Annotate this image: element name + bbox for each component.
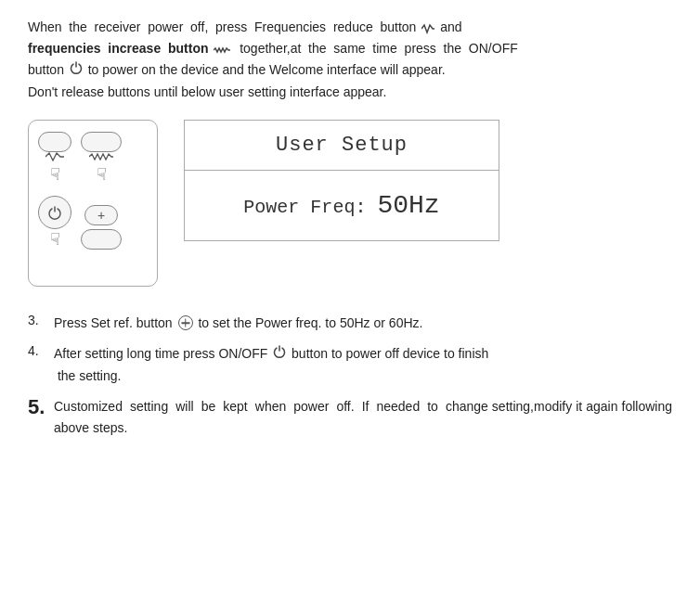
circle-plus-icon [178, 315, 193, 330]
bold-text-freq-increase: frequencies increase button [28, 41, 209, 56]
reduce-button [38, 132, 71, 152]
top-button-row: ☟ ☟ [38, 132, 122, 185]
oval-btn-bottom [81, 229, 122, 250]
setup-box: User Setup Power Freq: 50Hz [184, 120, 499, 241]
step-3-number: 3. [28, 313, 54, 327]
plus-button-device: + [84, 205, 118, 225]
freq-label-text: Power Freq: [243, 197, 366, 218]
power-button-device [38, 196, 71, 229]
step-4-number: 4. [28, 343, 54, 358]
bottom-button-row: ☟ + [38, 196, 122, 250]
setup-title-bar: User Setup [185, 121, 499, 171]
power-btn-group: ☟ [38, 196, 71, 250]
reduce-wave-icon [45, 152, 64, 163]
increase-wave-icon [89, 152, 113, 163]
device-illustration: ☟ ☟ ☟ [28, 120, 158, 287]
power-icon-step4 [273, 343, 286, 365]
step-4-text: After setting long time press ON/OFF but… [54, 343, 672, 387]
step-4: 4. After setting long time press ON/OFF … [28, 343, 672, 387]
freq-label: Power Freq: 50Hz [243, 197, 439, 218]
middle-section: ☟ ☟ ☟ [28, 120, 672, 287]
power-icon-intro [70, 59, 83, 81]
step-5-number: 5. [28, 396, 54, 418]
reduce-btn-group: ☟ [38, 132, 71, 185]
power-finger-icon: ☟ [50, 229, 60, 250]
wave-increase-icon [214, 40, 230, 59]
wave-reduce-icon [421, 19, 434, 38]
step-3: 3. Press Set ref. button to set the Powe… [28, 313, 672, 334]
step-5: 5. Customized setting will be kept when … [28, 396, 672, 439]
step-3-text: Press Set ref. button to set the Power f… [54, 313, 672, 334]
reduce-finger-icon: ☟ [50, 164, 60, 185]
setup-content: Power Freq: 50Hz [185, 171, 499, 240]
increase-btn-group: ☟ [81, 132, 122, 185]
increase-finger-icon: ☟ [97, 164, 107, 185]
intro-paragraph: When the receiver power off, press Frequ… [28, 17, 672, 103]
setup-title: User Setup [276, 134, 408, 157]
freq-value: 50Hz [377, 191, 439, 220]
increase-button [81, 132, 122, 152]
steps-section: 3. Press Set ref. button to set the Powe… [28, 313, 672, 439]
step-5-text: Customized setting will be kept when pow… [54, 396, 672, 439]
plus-btn-group: + [81, 196, 122, 250]
